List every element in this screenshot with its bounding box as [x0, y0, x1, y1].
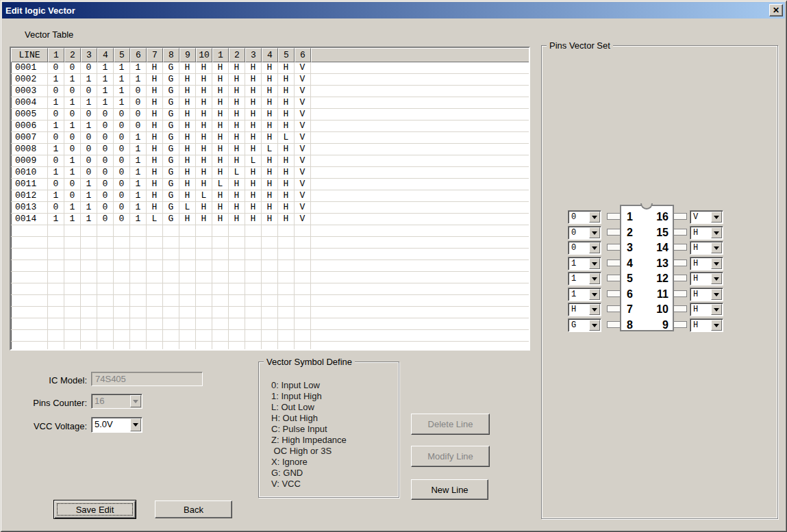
table-row[interactable]: 0012101001HGHLHHHHHV — [11, 190, 529, 202]
window-title: Edit logic Vector — [2, 5, 75, 16]
column-header[interactable]: 1 — [212, 48, 229, 62]
table-row[interactable]: 0001000111HGHHHHHHHV — [11, 62, 529, 74]
pin-11-combo[interactable]: H — [690, 288, 723, 301]
table-row[interactable]: 0009010001HGHHHHLHHV — [11, 155, 529, 167]
column-header[interactable]: 3 — [81, 48, 97, 62]
table-row[interactable] — [11, 330, 529, 342]
pin-15-combo[interactable]: H — [690, 226, 723, 240]
column-header[interactable]: 1 — [48, 48, 64, 62]
filler-cell — [311, 260, 529, 272]
table-row[interactable] — [11, 342, 529, 351]
table-row[interactable]: 0014111001LGHHHHHHHV — [11, 214, 529, 225]
dropdown-arrow — [714, 216, 719, 222]
table-row[interactable]: 0011001001HGHHLHHHHV — [11, 179, 529, 190]
pin-10-combo[interactable]: H — [690, 303, 723, 316]
table-row[interactable]: 0008100001HGHHHHHLHV — [11, 144, 529, 155]
chevron-down-icon[interactable] — [589, 227, 600, 238]
pin-5-combo[interactable]: 1 — [568, 272, 601, 286]
pin-6-combo[interactable]: 1 — [568, 288, 601, 301]
chevron-down-icon[interactable] — [589, 212, 600, 223]
table-row[interactable] — [11, 283, 529, 295]
chevron-down-icon[interactable] — [711, 289, 722, 300]
filler-cell — [311, 307, 529, 318]
chevron-down-icon[interactable] — [711, 273, 722, 284]
pins-counter-combo[interactable]: 16 — [91, 394, 142, 409]
table-row[interactable] — [11, 249, 529, 260]
table-row[interactable]: 0006111000HGHHHHHHHV — [11, 121, 529, 132]
column-header[interactable]: 2 — [64, 48, 81, 62]
pin-14-combo[interactable]: H — [690, 241, 723, 255]
pin-8-combo[interactable]: G — [568, 318, 601, 332]
table-row[interactable]: 0007000001HGHHHHHHLV — [11, 132, 529, 144]
chevron-down-icon[interactable] — [711, 242, 722, 253]
pin-12-combo[interactable]: H — [690, 272, 723, 286]
table-row[interactable]: 0002111111HGHHHHHHHV — [11, 74, 529, 86]
pin-4-combo[interactable]: 1 — [568, 257, 601, 270]
table-row[interactable] — [11, 307, 529, 318]
column-header[interactable]: 6 — [295, 48, 311, 62]
table-row[interactable]: 0013011001HGLHHHHHHV — [11, 202, 529, 214]
chevron-down-icon[interactable] — [589, 304, 600, 315]
chevron-down-icon[interactable] — [711, 304, 722, 315]
column-header[interactable]: 3 — [245, 48, 262, 62]
table-row[interactable] — [11, 295, 529, 307]
table-row[interactable]: 0004111110HGHHHHHHHV — [11, 97, 529, 109]
vector-table-grid[interactable]: LINE123456789101234560001000111HGHHHHHHH… — [10, 47, 530, 351]
chevron-down-icon[interactable] — [589, 242, 600, 253]
column-header[interactable]: 2 — [229, 48, 245, 62]
chevron-down-icon[interactable] — [589, 289, 600, 300]
close-button[interactable]: ✕ — [769, 4, 783, 16]
vector-cell — [179, 283, 196, 295]
table-row[interactable] — [11, 260, 529, 272]
vcc-voltage-combo[interactable]: 5.0V — [91, 417, 142, 433]
column-header[interactable]: 5 — [278, 48, 295, 62]
column-header[interactable]: 9 — [179, 48, 196, 62]
chevron-down-icon[interactable] — [711, 227, 722, 238]
pin-1-combo[interactable]: 0 — [568, 210, 601, 224]
save-edit-button[interactable]: Save Edit — [53, 500, 136, 519]
chevron-down-icon[interactable] — [711, 258, 722, 269]
vector-cell — [48, 342, 64, 351]
chevron-down-icon[interactable] — [589, 258, 600, 269]
table-row[interactable]: 0003000110HGHHHHHHHV — [11, 86, 529, 97]
column-header[interactable]: 8 — [163, 48, 179, 62]
vector-cell: 0 — [114, 214, 130, 225]
pin-2-combo[interactable]: 0 — [568, 226, 601, 240]
table-row[interactable]: 0010110001HGHHHLHHHV — [11, 167, 529, 179]
chevron-down-icon[interactable] — [589, 320, 600, 331]
column-header[interactable]: 7 — [147, 48, 163, 62]
table-row[interactable] — [11, 318, 529, 330]
modify-line-button[interactable]: Modify Line — [411, 446, 490, 467]
combo-value: H — [693, 228, 698, 238]
vector-cell: H — [245, 74, 262, 86]
pin-3-combo[interactable]: 0 — [568, 241, 601, 255]
chevron-down-icon[interactable] — [711, 320, 722, 331]
delete-line-button[interactable]: Delete Line — [411, 414, 490, 435]
vector-cell: 0 — [114, 167, 130, 179]
vector-cell — [179, 272, 196, 283]
new-line-button[interactable]: New Line — [411, 479, 488, 500]
column-header[interactable]: LINE — [11, 48, 48, 62]
table-row[interactable] — [11, 272, 529, 283]
pin-13-combo[interactable]: H — [690, 257, 723, 270]
vector-cell — [278, 272, 295, 283]
column-header[interactable]: 10 — [196, 48, 212, 62]
vector-cell — [262, 318, 278, 330]
column-header[interactable]: 4 — [262, 48, 278, 62]
vector-cell: 1 — [97, 74, 114, 86]
chevron-down-icon[interactable] — [711, 212, 722, 223]
pin-9-combo[interactable]: H — [690, 318, 723, 332]
table-row[interactable] — [11, 225, 529, 237]
table-row[interactable] — [11, 237, 529, 249]
pin-16-combo[interactable]: V — [690, 210, 723, 224]
table-row[interactable]: 0005000000HGHHHHHHHV — [11, 109, 529, 121]
pin-7-combo[interactable]: H — [568, 303, 601, 316]
column-header[interactable]: 6 — [130, 48, 147, 62]
vector-cell — [81, 225, 97, 237]
chevron-down-icon[interactable] — [130, 418, 141, 431]
chevron-down-icon[interactable] — [589, 273, 600, 284]
column-header[interactable]: 4 — [97, 48, 114, 62]
column-header[interactable]: 5 — [114, 48, 130, 62]
ic-model-field[interactable]: 74S405 — [91, 372, 203, 386]
back-button[interactable]: Back — [155, 501, 232, 518]
